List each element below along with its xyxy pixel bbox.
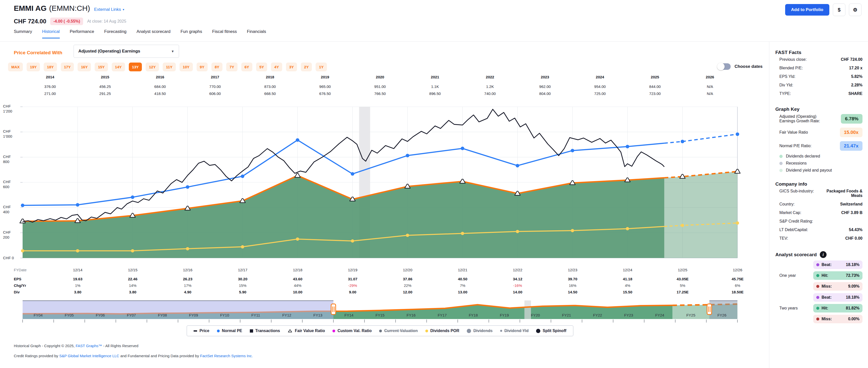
chart-region: Price Correlated With Adjusted (Operatin… xyxy=(0,42,769,368)
tab-fiscal-fitness[interactable]: Fiscal fitness xyxy=(212,29,237,38)
year-high-value: 376.00 xyxy=(23,84,78,89)
mini-fy-label-fy23: FY23 xyxy=(624,313,633,317)
period-button-13y[interactable]: 13Y xyxy=(129,63,142,71)
period-button-10y[interactable]: 10Y xyxy=(180,63,193,71)
range-selector-chart[interactable] xyxy=(23,300,738,323)
dividends-por-marker xyxy=(21,249,24,252)
fast-facts-value: 5.82% xyxy=(851,74,863,79)
legend-item-current-valuation[interactable]: Current Valuation xyxy=(379,329,417,333)
period-button-17y[interactable]: 17Y xyxy=(61,63,74,71)
fast-graphs-link[interactable]: FAST Graphs™ xyxy=(75,344,102,348)
legend-item-normal-pe[interactable]: Normal PE xyxy=(217,329,242,333)
dividends-por-marker xyxy=(571,229,574,232)
dividends-por-marker xyxy=(736,221,739,224)
period-button-5y[interactable]: 5Y xyxy=(256,63,267,71)
graph-key-label: Normal P/E Ratio: xyxy=(779,144,811,148)
year-column-2023: 2023962.00804.00 xyxy=(518,75,572,96)
legend-item-dividends-por[interactable]: Dividends POR xyxy=(425,329,460,333)
info-icon[interactable]: i xyxy=(820,251,827,258)
fast-facts-label: Div Yld: xyxy=(779,83,793,87)
scorecard-stat-beat: Beat:18.18% xyxy=(813,260,863,269)
period-button-3y[interactable]: 3Y xyxy=(286,63,297,71)
period-button-16y[interactable]: 16Y xyxy=(78,63,91,71)
company-info-label: Market Cap: xyxy=(779,211,801,215)
choose-dates-toggle[interactable] xyxy=(718,63,731,70)
company-info-label: GICS Sub-industry: xyxy=(779,189,814,193)
legend-label: Dividends POR xyxy=(430,329,460,333)
tab-historical[interactable]: Historical xyxy=(42,29,60,38)
year-column-2020: 2020951.00766.50 xyxy=(352,75,407,96)
range-handle-left[interactable] xyxy=(331,304,336,314)
fast-facts-row: Blended P/E:17.20 x xyxy=(775,64,863,72)
normal-pe-marker-icon xyxy=(217,330,220,332)
fy-cell-chg: 7% xyxy=(435,283,490,287)
currency-button[interactable]: $ xyxy=(833,3,845,16)
year-label: 2020 xyxy=(352,75,407,79)
current-price: CHF 724.00 xyxy=(14,18,46,25)
fast-facts-row: Previous close:CHF 724.00 xyxy=(775,55,863,64)
main-chart[interactable] xyxy=(23,107,738,258)
period-button-6y[interactable]: 6Y xyxy=(241,63,252,71)
legend-label: Fair Value Ratio xyxy=(295,329,325,333)
period-button-max[interactable]: MAX xyxy=(8,63,23,71)
settings-button[interactable]: ⚙ xyxy=(849,3,862,16)
period-button-4y[interactable]: 4Y xyxy=(271,63,282,71)
tab-performance[interactable]: Performance xyxy=(70,29,94,38)
tab-fun-graphs[interactable]: Fun graphs xyxy=(181,29,202,38)
period-button-1y[interactable]: 1Y xyxy=(316,63,327,71)
period-button-7y[interactable]: 7Y xyxy=(226,63,237,71)
period-button-8y[interactable]: 8Y xyxy=(211,63,222,71)
legend-item-fair-value-ratio[interactable]: Fair Value Ratio xyxy=(287,329,325,333)
stat-dot-icon xyxy=(816,307,819,310)
period-button-11y[interactable]: 11Y xyxy=(163,63,176,71)
scorecard-stat-miss: Miss:9.09% xyxy=(813,282,863,290)
legend-item-split-spinoff[interactable]: Split Spinoff xyxy=(536,329,566,333)
fy-cell-chg: 15% xyxy=(215,283,270,287)
legend-label: Current Valuation xyxy=(384,329,417,333)
mini-fy-label-fy17: FY17 xyxy=(438,313,447,317)
normal-pe-marker xyxy=(516,164,519,167)
period-button-9y[interactable]: 9Y xyxy=(196,63,208,71)
tab-financials[interactable]: Financials xyxy=(247,29,266,38)
period-button-18y[interactable]: 18Y xyxy=(44,63,57,71)
company-info-row: S&P Credit Rating: xyxy=(775,217,863,225)
period-button-19y[interactable]: 19Y xyxy=(27,63,40,71)
year-label: 2016 xyxy=(132,75,188,79)
legend-item-price[interactable]: Price xyxy=(194,329,209,333)
main-chart-svg[interactable] xyxy=(23,107,738,258)
period-button-15y[interactable]: 15Y xyxy=(95,63,108,71)
sp-global-link[interactable]: S&P Global Market Intelligence LLC xyxy=(59,354,119,358)
graph-key-title: Graph Key xyxy=(775,106,863,112)
fy-row-label: FYDate xyxy=(14,268,46,272)
legend-item-dividends[interactable]: Dividends xyxy=(467,329,492,333)
tab-summary[interactable]: Summary xyxy=(14,29,32,38)
series-selector-dropdown[interactable]: Adjusted (Operating) Earnings ▼ xyxy=(73,45,179,58)
tab-forecasting[interactable]: Forecasting xyxy=(104,29,127,38)
tab-analyst-scorecard[interactable]: Analyst scorecard xyxy=(136,29,170,38)
period-button-14y[interactable]: 14Y xyxy=(112,63,125,71)
right-sidebar: FAST Facts Previous close:CHF 724.00Blen… xyxy=(769,42,868,368)
range-selector-svg[interactable] xyxy=(23,300,738,323)
legend-item-custom-val-ratio[interactable]: Custom Val. Ratio xyxy=(333,329,372,333)
split-spinoff-marker-icon xyxy=(536,329,540,333)
fy-cell-div: 12.00 xyxy=(380,290,435,294)
mini-recession-band xyxy=(525,300,531,319)
range-handle-right[interactable] xyxy=(707,304,712,314)
fair-value-marker xyxy=(515,191,520,195)
earnings-area-estimates xyxy=(664,172,738,258)
fair-value-marker xyxy=(350,197,355,201)
mini-fy-label-fy26: FY26 xyxy=(717,313,726,317)
period-button-12y[interactable]: 12Y xyxy=(146,63,159,71)
stat-name: Miss: xyxy=(822,317,832,321)
factset-link[interactable]: FactSet Research Systems Inc. xyxy=(200,354,253,358)
add-to-portfolio-button[interactable]: Add to Portfolio xyxy=(785,4,829,16)
external-links-menu[interactable]: External Links ▾ xyxy=(94,7,124,12)
legend-item-transactions[interactable]: Transactions xyxy=(250,329,280,333)
year-low-value: 418.50 xyxy=(132,91,188,96)
stat-value: 9.09% xyxy=(848,284,860,288)
legend-label: Dividends xyxy=(473,329,492,333)
legend-item-dividend-yld[interactable]: Dividend Yld xyxy=(500,329,529,333)
period-button-2y[interactable]: 2Y xyxy=(301,63,312,71)
fy-cell-div: 13.00 xyxy=(435,290,490,294)
stat-name: Beat: xyxy=(822,263,832,267)
